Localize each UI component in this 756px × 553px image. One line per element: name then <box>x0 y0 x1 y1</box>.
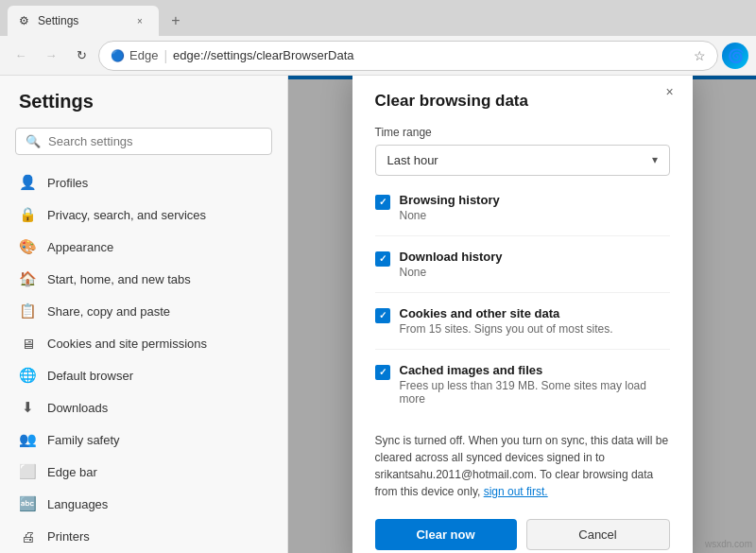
checkmark-icon: ✓ <box>379 310 387 320</box>
checkbox-sub-browsing-history: None <box>400 209 500 222</box>
sidebar-item-default-browser[interactable]: 🌐 Default browser <box>0 359 287 391</box>
sidebar-item-languages[interactable]: 🔤 Languages <box>0 488 287 520</box>
sidebar-nav: 👤 Profiles 🔒 Privacy, search, and servic… <box>0 166 287 553</box>
forward-button[interactable]: → <box>38 43 64 69</box>
cookies-icon: 🖥 <box>19 335 36 352</box>
sidebar-item-printers[interactable]: 🖨 Printers <box>0 520 287 552</box>
sidebar-item-label-default-browser: Default browser <box>47 369 268 383</box>
sidebar-item-downloads[interactable]: ⬇ Downloads <box>0 391 287 423</box>
checkbox-content-cached-images: Cached images and files Frees up less th… <box>400 363 670 406</box>
edge-logo: 🌀 <box>722 43 748 69</box>
checkbox-item-browsing-history: ✓ Browsing history None <box>375 193 670 236</box>
sidebar-item-privacy[interactable]: 🔒 Privacy, search, and services <box>0 199 287 231</box>
browser-chrome: ⚙ Settings × + ← → ↻ 🔵 Edge | edge://set… <box>0 0 756 76</box>
checkbox-cookies[interactable]: ✓ <box>375 308 390 323</box>
address-separator: | <box>163 48 167 63</box>
appearance-icon: 🎨 <box>19 238 36 255</box>
downloads-icon: ⬇ <box>19 399 36 416</box>
sidebar-item-label-family-safety: Family safety <box>47 433 268 447</box>
search-box[interactable]: 🔍 <box>15 128 272 155</box>
sidebar-item-label-share-copy: Share, copy and paste <box>47 304 268 319</box>
checkbox-sub-cookies: From 15 sites. Signs you out of most sit… <box>400 322 613 336</box>
star-icon[interactable]: ☆ <box>694 48 706 63</box>
sidebar-item-label-start-home: Start, home, and new tabs <box>47 272 268 286</box>
sidebar-item-label-languages: Languages <box>47 497 268 511</box>
family-safety-icon: 👥 <box>19 431 36 448</box>
chevron-down-icon: ▾ <box>652 153 658 166</box>
btn-row: Clear now Cancel <box>375 519 670 550</box>
modal-title: Clear browsing data <box>375 92 670 111</box>
sidebar-item-label-profiles: Profiles <box>47 176 268 190</box>
sidebar-title: Settings <box>0 91 287 128</box>
active-tab[interactable]: ⚙ Settings × <box>8 6 159 36</box>
nav-bar: ← → ↻ 🔵 Edge | edge://settings/clearBrow… <box>0 36 756 76</box>
sidebar: Settings 🔍 👤 Profiles 🔒 Privacy, search,… <box>0 76 288 553</box>
checkbox-browsing-history[interactable]: ✓ <box>375 195 390 210</box>
start-home-icon: 🏠 <box>19 270 36 287</box>
sidebar-item-share-copy[interactable]: 📋 Share, copy and paste <box>0 295 287 327</box>
address-url: edge://settings/clearBrowserData <box>173 48 684 62</box>
back-button[interactable]: ← <box>8 43 34 69</box>
checkbox-item-download-history: ✓ Download history None <box>375 250 670 293</box>
search-icon: 🔍 <box>26 134 41 148</box>
checkbox-item-cached-images: ✓ Cached images and files Frees up less … <box>375 363 670 419</box>
sidebar-item-appearance[interactable]: 🎨 Appearance <box>0 231 287 263</box>
default-browser-icon: 🌐 <box>19 367 36 384</box>
checkmark-icon: ✓ <box>379 253 387 264</box>
sidebar-item-profiles[interactable]: 👤 Profiles <box>0 166 287 199</box>
sidebar-item-label-appearance: Appearance <box>47 240 268 254</box>
sidebar-item-label-privacy: Privacy, search, and services <box>47 208 268 222</box>
address-edge-label: Edge <box>129 48 158 62</box>
languages-icon: 🔤 <box>19 495 36 512</box>
sidebar-item-label-downloads: Downloads <box>47 401 268 415</box>
sidebar-item-edge-bar[interactable]: ⬜ Edge bar <box>0 456 287 488</box>
sync-info: Sync is turned off. When you turn on syn… <box>375 432 670 500</box>
checkmark-icon: ✓ <box>379 367 387 377</box>
tab-favicon: ⚙ <box>19 14 32 27</box>
checkbox-title-browsing-history: Browsing history <box>400 193 500 207</box>
time-range-label: Time range <box>375 126 670 139</box>
address-bar[interactable]: 🔵 Edge | edge://settings/clearBrowserDat… <box>98 41 718 71</box>
content-area: × Clear browsing data Time range Last ho… <box>288 76 756 553</box>
checkbox-sub-download-history: None <box>400 266 503 279</box>
profiles-icon: 👤 <box>19 174 36 191</box>
clear-browsing-data-modal: × Clear browsing data Time range Last ho… <box>352 76 693 553</box>
edge-bar-icon: ⬜ <box>19 463 36 480</box>
checkbox-download-history[interactable]: ✓ <box>375 251 390 267</box>
sidebar-item-family-safety[interactable]: 👥 Family safety <box>0 423 287 456</box>
sidebar-item-cookies[interactable]: 🖥 Cookies and site permissions <box>0 327 287 359</box>
search-input[interactable] <box>48 134 262 148</box>
checkbox-sub-cached-images: Frees up less than 319 MB. Some sites ma… <box>400 379 670 406</box>
sidebar-item-label-edge-bar: Edge bar <box>47 465 268 479</box>
time-range-value: Last hour <box>387 153 652 167</box>
checkbox-item-cookies: ✓ Cookies and other site data From 15 si… <box>375 306 670 350</box>
refresh-button[interactable]: ↻ <box>68 43 94 69</box>
sidebar-item-label-cookies: Cookies and site permissions <box>47 337 268 351</box>
printers-icon: 🖨 <box>19 527 36 544</box>
sidebar-item-start-home[interactable]: 🏠 Start, home, and new tabs <box>0 263 287 295</box>
edge-favicon-icon: 🔵 <box>111 49 124 62</box>
checkboxes-container: ✓ Browsing history None ✓ Download histo… <box>375 193 670 419</box>
time-range-dropdown[interactable]: Last hour ▾ <box>375 145 670 176</box>
modal-close-button[interactable]: × <box>659 80 681 103</box>
tab-bar: ⚙ Settings × + <box>0 0 756 36</box>
modal-overlay: × Clear browsing data Time range Last ho… <box>288 76 756 553</box>
checkmark-icon: ✓ <box>379 197 387 207</box>
main-area: Settings 🔍 👤 Profiles 🔒 Privacy, search,… <box>0 76 756 553</box>
privacy-icon: 🔒 <box>19 206 36 223</box>
checkbox-content-browsing-history: Browsing history None <box>400 193 500 222</box>
checkbox-title-cookies: Cookies and other site data <box>400 306 613 320</box>
checkbox-content-cookies: Cookies and other site data From 15 site… <box>400 306 613 336</box>
checkbox-cached-images[interactable]: ✓ <box>375 365 390 380</box>
checkbox-title-cached-images: Cached images and files <box>400 363 670 377</box>
clear-now-button[interactable]: Clear now <box>375 519 517 550</box>
tab-close-button[interactable]: × <box>132 13 147 28</box>
watermark: wsxdn.com <box>705 539 752 549</box>
checkbox-content-download-history: Download history None <box>400 250 503 279</box>
tab-title: Settings <box>38 14 129 27</box>
share-copy-icon: 📋 <box>19 302 36 320</box>
cancel-button[interactable]: Cancel <box>526 519 670 550</box>
new-tab-button[interactable]: + <box>163 8 189 34</box>
sign-out-link[interactable]: sign out first. <box>484 485 548 498</box>
checkbox-title-download-history: Download history <box>400 250 503 264</box>
